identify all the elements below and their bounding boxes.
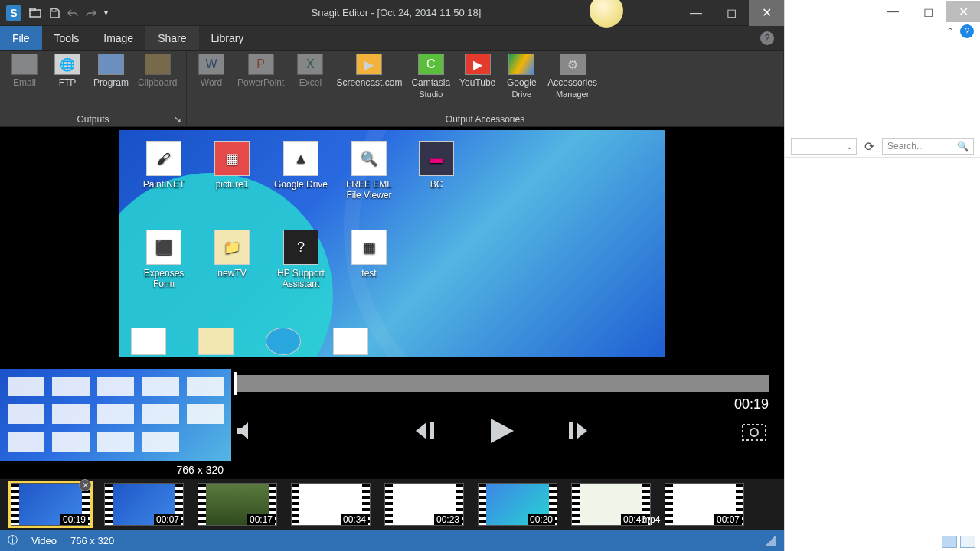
tray-item[interactable]: 00:46 <box>571 483 651 526</box>
output-camtasia-button[interactable]: CCamtasiaStudio <box>411 54 450 99</box>
help-button[interactable]: ? <box>753 26 784 50</box>
tray-item[interactable]: mp400:07 <box>665 483 744 526</box>
menu-bar: File Tools Image Share Library ? <box>0 26 784 51</box>
desktop-icon-bc: ▬BC <box>403 141 469 190</box>
desktop-icon-expenses: ⬛ExpensesForm <box>131 230 197 289</box>
desktop-icon-googledrive: ▲Google Drive <box>268 141 334 190</box>
qat-save-icon[interactable] <box>49 8 60 18</box>
canvas-area: 🖌Paint.NET ▦picture1 ▲Google Drive 🔍FREE… <box>0 127 784 367</box>
tray-item[interactable]: 00:34 <box>291 483 371 526</box>
resize-grip[interactable] <box>766 535 776 546</box>
search-icon: 🔍 <box>957 141 969 152</box>
status-bar: ⓘ Video 766 x 320 <box>0 530 784 551</box>
desktop-icon-picture1: ▦picture1 <box>199 141 265 190</box>
desktop-icon-emlviewer: 🔍FREE EMLFile Viewer <box>336 141 402 201</box>
output-screencast-button[interactable]: ▶Screencast.com <box>336 54 402 90</box>
gdrive-icon <box>508 54 534 75</box>
tray-item[interactable]: 00:07 <box>104 483 184 526</box>
bgwin-refresh-icon[interactable]: ⟳ <box>864 139 874 154</box>
recent-tray: ✕ 00:19 00:07 00:17 00:34 00:23 00:20 00… <box>0 479 784 530</box>
desktop-icon-hpsupport: ?HP SupportAssistant <box>268 230 334 289</box>
screencast-icon: ▶ <box>356 54 382 75</box>
close-button[interactable]: ✕ <box>749 0 784 26</box>
ftp-icon: 🌐 <box>54 54 80 75</box>
video-frame[interactable]: 🖌Paint.NET ▦picture1 ▲Google Drive 🔍FREE… <box>119 130 665 357</box>
bgwin-minimize-button[interactable]: — <box>876 1 910 22</box>
svg-rect-4 <box>569 422 573 439</box>
email-icon: ✉ <box>11 54 38 75</box>
svg-point-6 <box>750 429 758 436</box>
bgwin-maximize-button[interactable]: ◻ <box>911 1 945 22</box>
tab-file[interactable]: File <box>0 26 42 50</box>
play-button[interactable] <box>485 416 518 446</box>
qat-redo-icon[interactable] <box>86 8 96 18</box>
window-title: Snagit Editor - [Oct 24, 2014 11:50:18] <box>114 7 678 18</box>
output-program-button[interactable]: Program <box>93 54 129 88</box>
desktop-icon-newtv: 📁newTV <box>199 230 265 279</box>
snagit-window: S ▾ Snagit Editor - [Oct 24, 2014 11:50:… <box>0 0 784 551</box>
app-logo-icon[interactable]: S <box>6 5 21 21</box>
minimize-button[interactable]: — <box>678 0 714 26</box>
outputs-expander-icon[interactable]: ↘ <box>172 114 183 125</box>
status-dimensions: 766 x 320 <box>70 535 114 546</box>
accessories-manager-button[interactable]: ⚙AccessoriesManager <box>547 54 597 99</box>
output-gdrive-button[interactable]: GoogleDrive <box>505 54 538 99</box>
info-icon[interactable]: ⓘ <box>8 533 18 547</box>
qat-dropdown-icon[interactable]: ▾ <box>104 9 108 17</box>
ribbon-accessories-label: Output Accessories <box>446 114 524 125</box>
program-icon <box>98 54 124 75</box>
desktop-icon-test: ▦test <box>336 230 402 279</box>
tray-close-icon[interactable]: ✕ <box>79 479 91 491</box>
output-powerpoint-button[interactable]: PPowerPoint <box>237 54 284 90</box>
gear-icon: ⚙ <box>560 54 586 75</box>
qat-open-icon[interactable] <box>29 8 41 18</box>
titlebar: S ▾ Snagit Editor - [Oct 24, 2014 11:50:… <box>0 0 784 26</box>
volume-button[interactable] <box>234 420 259 442</box>
bgwin-search-placeholder: Search... <box>887 141 924 152</box>
qat-undo-icon[interactable] <box>67 8 78 18</box>
excel-icon: X <box>297 54 323 75</box>
bgwin-address-dropdown[interactable]: ⌄ <box>791 138 857 155</box>
output-excel-button[interactable]: XExcel <box>293 54 327 90</box>
output-ftp-button[interactable]: 🌐FTP <box>51 54 84 88</box>
background-window: — ◻ ✕ ⌃ ? ⌄ ⟳ Search... 🔍 <box>784 0 980 551</box>
tab-library[interactable]: Library <box>199 26 256 50</box>
tray-item[interactable]: 00:20 <box>478 483 557 526</box>
bgwin-search-input[interactable]: Search... 🔍 <box>882 138 974 155</box>
tray-item[interactable]: ✕ 00:19 <box>11 483 90 526</box>
ribbon-outputs-label: Outputs <box>77 114 109 125</box>
output-clipboard-button[interactable]: Clipboard <box>138 54 177 88</box>
ribbon: ✉Email 🌐FTP Program Clipboard Outputs↘ W… <box>0 51 784 127</box>
bgwin-close-button[interactable]: ✕ <box>946 1 980 22</box>
playback-progress[interactable] <box>234 375 769 392</box>
output-youtube-button[interactable]: ▶YouTube <box>459 54 495 88</box>
tab-image[interactable]: Image <box>91 26 145 50</box>
clipboard-icon <box>145 54 171 75</box>
step-forward-button[interactable] <box>564 419 590 442</box>
output-email-button[interactable]: ✉Email <box>8 54 41 88</box>
bgwin-view-details[interactable] <box>942 536 957 548</box>
word-icon: W <box>198 54 224 75</box>
svg-rect-5 <box>743 425 766 440</box>
status-type: Video <box>31 535 57 546</box>
output-word-button[interactable]: WWord <box>194 54 228 90</box>
svg-rect-3 <box>430 422 434 439</box>
bgwin-chevron-icon[interactable]: ⌃ <box>946 26 954 37</box>
preview-thumbnail[interactable]: 766 x 320 <box>0 367 231 478</box>
bgwin-view-icons[interactable] <box>960 536 975 548</box>
tray-item[interactable]: 00:17 <box>198 483 277 526</box>
scrubber-handle[interactable] <box>234 372 237 395</box>
maximize-button[interactable]: ◻ <box>714 0 749 26</box>
tray-item[interactable]: 00:23 <box>384 483 464 526</box>
tab-share[interactable]: Share <box>145 26 198 50</box>
capture-frame-button[interactable] <box>740 419 769 443</box>
bgwin-help-icon[interactable]: ? <box>960 24 974 38</box>
playback-time: 00:19 <box>734 396 769 412</box>
preview-dimensions: 766 x 320 <box>174 464 227 476</box>
youtube-icon: ▶ <box>465 54 491 75</box>
tab-tools[interactable]: Tools <box>42 26 92 50</box>
desktop-row3 <box>131 328 368 355</box>
step-back-button[interactable] <box>413 419 439 442</box>
powerpoint-icon: P <box>248 54 274 75</box>
desktop-icon-paintnet: 🖌Paint.NET <box>131 141 197 190</box>
